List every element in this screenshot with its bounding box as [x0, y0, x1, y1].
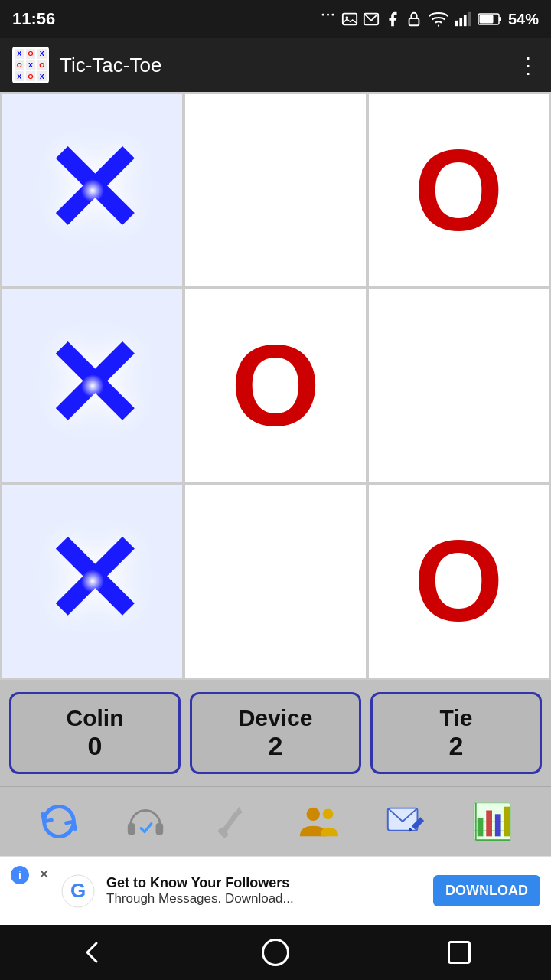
- status-time: 11:56: [12, 9, 55, 29]
- svg-rect-27: [495, 814, 501, 836]
- score-box-device: Device 2: [190, 692, 361, 774]
- back-icon: [78, 939, 106, 966]
- svg-rect-2: [332, 14, 334, 16]
- cell-1-2[interactable]: [367, 288, 550, 483]
- svg-rect-0: [322, 14, 324, 16]
- score-value-tie: 2: [449, 731, 464, 761]
- svg-rect-25: [478, 818, 484, 836]
- svg-text:G: G: [70, 879, 86, 902]
- ad-info-icon: i: [11, 866, 29, 884]
- score-value-colin: 0: [88, 731, 103, 761]
- ad-text: Get to Know Your Followers Through Messa…: [106, 875, 424, 906]
- cell-0-0-value: ✕: [41, 129, 144, 252]
- cell-1-1[interactable]: O: [184, 288, 367, 483]
- ad-logo: G: [59, 872, 97, 910]
- nav-bar: [0, 925, 551, 980]
- score-label-device: Device: [239, 705, 313, 731]
- facebook-icon: [384, 11, 401, 28]
- cell-2-2-value: O: [414, 524, 504, 639]
- svg-rect-7: [455, 21, 458, 26]
- app-title: Tic-Tac-Toe: [60, 54, 517, 77]
- ad-download-button[interactable]: DOWNLOAD: [433, 875, 540, 906]
- svg-rect-9: [464, 15, 467, 27]
- chart-button[interactable]: [465, 795, 519, 848]
- score-box-tie: Tie 2: [370, 692, 542, 774]
- svg-rect-12: [479, 15, 493, 24]
- app-bar: X O X O X O X O X Tic-Tac-Toe ⋮: [0, 38, 551, 92]
- battery-icon: [478, 12, 502, 26]
- ad-line2: Through Messages. Download...: [106, 891, 424, 906]
- mail-icon-toolbar: [383, 799, 428, 844]
- svg-rect-14: [128, 823, 135, 835]
- ad-line1: Get to Know Your Followers: [106, 875, 424, 891]
- cell-0-0[interactable]: ✕: [1, 93, 184, 288]
- bottom-toolbar: [0, 786, 551, 856]
- cell-1-0-value: ✕: [41, 325, 144, 447]
- headset-button[interactable]: [119, 795, 172, 848]
- ad-banner: i ✕ G Get to Know Your Followers Through…: [0, 856, 551, 925]
- svg-rect-6: [409, 18, 419, 25]
- game-board: ✕ O ✕ O ✕ O: [0, 92, 551, 680]
- svg-point-18: [306, 808, 319, 821]
- cell-0-1[interactable]: [184, 93, 367, 288]
- cell-2-1[interactable]: [184, 484, 367, 679]
- cell-0-2[interactable]: O: [367, 93, 550, 288]
- headset-icon: [123, 799, 168, 844]
- svg-rect-26: [487, 811, 493, 837]
- nav-back-button[interactable]: [61, 929, 122, 975]
- refresh-icon: [37, 799, 81, 844]
- chart-icon: [470, 799, 514, 844]
- svg-rect-1: [327, 14, 329, 16]
- nav-recents-button[interactable]: [429, 929, 490, 975]
- status-bar: 11:56 54%: [0, 0, 551, 38]
- wrench-icon: [210, 799, 254, 844]
- svg-rect-8: [459, 18, 462, 26]
- refresh-button[interactable]: [32, 795, 86, 848]
- cell-1-1-value: O: [231, 328, 321, 443]
- nav-home-button[interactable]: [245, 929, 306, 975]
- google-logo: G: [60, 874, 96, 909]
- cell-2-2[interactable]: O: [367, 484, 550, 679]
- settings-button[interactable]: [205, 795, 259, 848]
- more-options-icon[interactable]: ⋮: [517, 53, 539, 78]
- mail-icon: [363, 11, 380, 28]
- svg-rect-3: [343, 14, 357, 25]
- recents-square-icon: [448, 941, 471, 964]
- score-value-device: 2: [269, 731, 283, 761]
- signal-icon: [455, 11, 471, 28]
- notification-icon: [320, 11, 337, 28]
- home-circle-icon: [262, 939, 289, 966]
- svg-point-19: [322, 809, 333, 820]
- app-icon: X O X O X O X O X: [12, 47, 49, 83]
- svg-line-17: [225, 814, 236, 830]
- image-icon: [341, 11, 358, 28]
- players-button[interactable]: [292, 795, 346, 848]
- score-box-colin: Colin 0: [9, 692, 181, 774]
- mail-button[interactable]: [379, 795, 432, 848]
- lock-icon: [406, 11, 422, 28]
- battery-percent: 54%: [508, 11, 539, 28]
- cell-2-0[interactable]: ✕: [1, 484, 184, 679]
- people-icon: [297, 799, 341, 844]
- ad-close-button[interactable]: ✕: [38, 866, 50, 883]
- status-right: 54%: [320, 11, 539, 28]
- cell-1-0[interactable]: ✕: [1, 288, 184, 483]
- svg-rect-13: [499, 17, 501, 21]
- status-icons: [320, 11, 422, 28]
- cell-0-2-value: O: [414, 133, 504, 248]
- score-label-tie: Tie: [440, 705, 473, 731]
- score-label-colin: Colin: [67, 705, 124, 731]
- cell-2-0-value: ✕: [41, 520, 144, 642]
- svg-rect-15: [156, 823, 164, 835]
- score-area: Colin 0 Device 2 Tie 2: [0, 680, 551, 786]
- svg-rect-28: [504, 807, 510, 837]
- svg-rect-10: [468, 12, 471, 26]
- wifi-icon: [429, 11, 448, 28]
